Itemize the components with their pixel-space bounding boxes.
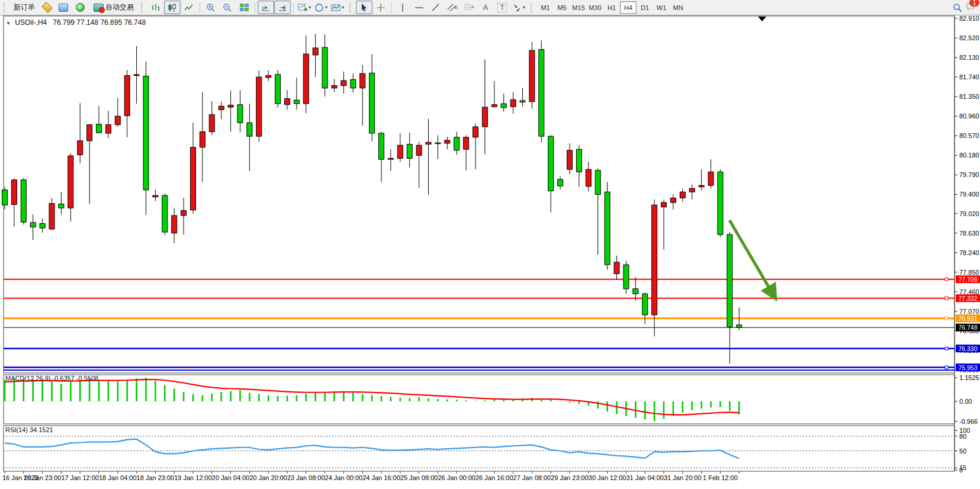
notifications-button[interactable]: 1: [966, 2, 975, 13]
candle-18: [172, 215, 177, 233]
candle-68: [642, 294, 648, 315]
notification-badge: 1: [969, 0, 979, 7]
candle-4: [40, 224, 45, 229]
chart-shift-button[interactable]: [274, 1, 291, 14]
text-tool[interactable]: A: [477, 1, 494, 14]
candle-26: [247, 123, 252, 136]
candlestick-chart-button[interactable]: [164, 1, 181, 14]
level-handle[interactable]: [945, 297, 948, 300]
candle-48: [454, 137, 460, 150]
auto-scroll-button[interactable]: [258, 1, 274, 14]
tf-w1[interactable]: W1: [653, 1, 670, 14]
group-handle[interactable]: [531, 3, 535, 12]
candle-78: [737, 325, 742, 327]
fibonacci-tool[interactable]: F: [461, 1, 477, 14]
level-handle[interactable]: [945, 317, 948, 320]
candle-16: [153, 195, 158, 197]
svg-text:23 Jan 08:00: 23 Jan 08:00: [287, 474, 325, 481]
tf-m5[interactable]: M5: [554, 1, 570, 14]
candle-67: [633, 289, 638, 294]
candle-7: [68, 156, 73, 208]
svg-text:80.180: 80.180: [959, 152, 979, 159]
alerts-button[interactable]: [72, 1, 88, 14]
candle-73: [689, 188, 695, 192]
profiles-button[interactable]: [55, 1, 72, 14]
periods-caret-icon: ▾: [325, 5, 327, 10]
level-handle[interactable]: [945, 278, 948, 281]
signal-icon: [76, 3, 85, 12]
tf-m1[interactable]: M1: [537, 1, 554, 14]
candle-1: [11, 180, 17, 205]
svg-text:18 Jan 23:00: 18 Jan 23:00: [137, 474, 175, 481]
candle-52: [491, 105, 497, 107]
candle-60: [567, 150, 573, 169]
svg-text:0: 0: [959, 467, 963, 474]
candle-5: [49, 204, 54, 229]
candle-0: [2, 190, 8, 205]
svg-text:81.740: 81.740: [959, 73, 979, 81]
periods-button[interactable]: ▾: [313, 1, 329, 14]
svg-text:82.910: 82.910: [959, 15, 979, 22]
cursor-button[interactable]: [356, 1, 372, 14]
group-handle[interactable]: [349, 3, 354, 12]
indicators-add-icon: [298, 3, 307, 12]
candle-25: [237, 105, 243, 123]
candle-51: [482, 107, 487, 127]
candle-45: [426, 142, 431, 144]
new-order-button[interactable]: 新订单: [10, 1, 38, 14]
svg-text:78.630: 78.630: [959, 230, 979, 237]
auto-trading-button[interactable]: 自动交易: [88, 1, 137, 14]
tf-m30[interactable]: M30: [587, 1, 603, 14]
price-chart[interactable]: 82.91082.52082.13081.74081.35080.96080.5…: [0, 15, 980, 489]
tf-h4[interactable]: H4: [620, 1, 637, 14]
chevron-down-icon: ▼: [6, 21, 11, 26]
horizontal-line-tool[interactable]: [411, 1, 428, 14]
tf-d1[interactable]: D1: [637, 1, 653, 14]
svg-text:26 Jan 00:00: 26 Jan 00:00: [438, 474, 475, 481]
svg-text:27 Jan 08:00: 27 Jan 08:00: [513, 474, 551, 481]
zoom-out-icon: [223, 3, 232, 12]
search-icon[interactable]: [953, 3, 962, 12]
svg-text:17 Jan 12:00: 17 Jan 12:00: [61, 474, 99, 481]
bar-chart-icon: [151, 3, 160, 12]
zoom-out-button[interactable]: [219, 1, 236, 14]
candle-13: [124, 76, 130, 116]
vertical-line-tool[interactable]: [394, 1, 411, 14]
tf-mn[interactable]: MN: [670, 1, 686, 14]
candle-49: [464, 137, 469, 149]
tile-windows-button[interactable]: [236, 1, 252, 14]
bar-chart-button[interactable]: [147, 1, 164, 14]
horizontal-line-icon: [415, 3, 424, 12]
line-chart-button[interactable]: [181, 1, 197, 14]
arrows-caret-icon: ▾: [523, 5, 525, 10]
trendline-tool[interactable]: [428, 1, 444, 14]
candle-10: [97, 124, 102, 133]
candle-71: [670, 198, 676, 202]
indicators-button[interactable]: ▾: [296, 1, 313, 14]
crosshair-icon: [376, 3, 385, 12]
arrows-tool[interactable]: ▾: [510, 1, 527, 14]
tf-m15[interactable]: M15: [570, 1, 587, 14]
candle-42: [397, 145, 403, 158]
level-handle[interactable]: [945, 347, 948, 350]
text-label-tool[interactable]: T: [494, 1, 510, 14]
template-icon: [331, 3, 340, 12]
candle-69: [652, 205, 657, 315]
toolbar-drag-handle[interactable]: [4, 3, 8, 12]
zoom-in-button[interactable]: [203, 1, 219, 14]
tf-h1[interactable]: H1: [603, 1, 620, 14]
candle-2: [21, 180, 26, 222]
templates-button[interactable]: ▾: [329, 1, 346, 14]
svg-text:20 Jan 04:00: 20 Jan 04:00: [212, 474, 250, 481]
candle-35: [332, 86, 337, 88]
new-order-icon[interactable]: [38, 1, 55, 14]
trendline-icon: [431, 3, 441, 12]
crosshair-button[interactable]: [372, 1, 389, 14]
channel-tool[interactable]: E: [444, 1, 461, 14]
candle-65: [614, 262, 619, 274]
candle-54: [510, 99, 516, 107]
chart-title[interactable]: ▼ USOil-,H4 76.799 77.148 76.695 76.748: [6, 18, 146, 27]
level-handle[interactable]: [945, 366, 948, 369]
svg-text:81.350: 81.350: [959, 93, 979, 100]
group-handle[interactable]: [141, 3, 145, 12]
